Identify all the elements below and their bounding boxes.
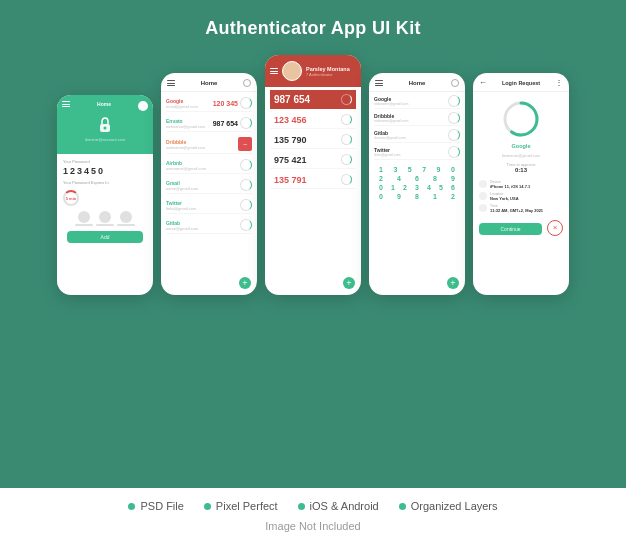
otp-small-item: Gitlab dominic@gmail.com [374, 128, 460, 143]
numpad-cell[interactable]: 9 [447, 175, 459, 182]
numpad-cell[interactable]: 7 [418, 166, 430, 173]
avatar-item [75, 211, 93, 226]
numpad-cell[interactable]: 5 [404, 166, 416, 173]
phone5-header: ← Login Request ⋮ [473, 73, 569, 92]
phone-1: Home dominic@account.com Your Password 1… [57, 95, 153, 295]
gear-icon [243, 79, 251, 87]
numpad-cell[interactable]: 3 [411, 184, 423, 191]
otp-small-service: Google nickname@gmail.com [374, 96, 408, 106]
numpad-cell[interactable]: 2 [399, 184, 411, 191]
otp-email: username@gmail.com [166, 166, 206, 171]
otp-ring [240, 199, 252, 211]
numpad-cell[interactable]: 5 [435, 184, 447, 191]
decline-button[interactable]: × [547, 220, 563, 236]
copies-row: Your Password Expires In [63, 180, 147, 185]
numpad-cell[interactable]: 2 [447, 193, 459, 200]
info-content: Time 11:32 AM, GMT+2, May 2021 [490, 204, 543, 213]
numpad-cell[interactable]: 1 [387, 184, 399, 191]
numpad-cell[interactable]: 6 [447, 184, 459, 191]
back-button[interactable]: ← [479, 78, 487, 87]
numpad-cell[interactable]: 1 [375, 166, 387, 173]
otp-ring [240, 219, 252, 231]
time-icon [479, 204, 487, 212]
otp-small-item: Twitter links@gmail.com [374, 145, 460, 160]
otp-ring-white [341, 154, 352, 165]
otp-left: Dribbble nickname@gmail.com [166, 139, 205, 150]
otp-item: Gitlab name@gmail.com [166, 217, 252, 234]
phone1-header: Home dominic@account.com [57, 95, 153, 154]
timer-num: 5 min [66, 196, 76, 201]
otp-left: Twitter links@gmail.com [166, 200, 196, 211]
info-row-time: Time 11:32 AM, GMT+2, May 2021 [479, 204, 563, 213]
feature-label: Organized Layers [411, 500, 498, 512]
numpad-cell[interactable]: 1 [429, 193, 441, 200]
numpad-cell[interactable]: 4 [423, 184, 435, 191]
feature-label: Pixel Perfect [216, 500, 278, 512]
avatar-line [117, 224, 135, 226]
gear-icon-4 [451, 79, 459, 87]
otp-list: Google email@gmail.com 120 345 Envato ni… [161, 92, 257, 237]
add-fab-button-4[interactable]: + [447, 277, 459, 289]
numpad-cell[interactable]: 0 [447, 166, 459, 173]
otp-number-lg: 987 654 [274, 94, 310, 105]
feature-psd-file: PSD File [128, 500, 183, 512]
otp-item: Airbnb username@gmail.com [166, 157, 252, 174]
otp-ring [448, 129, 460, 141]
numpad-cell[interactable]: 0 [375, 184, 387, 191]
phone1-body: Your Password 123450 Your Password Expir… [57, 154, 153, 295]
profile-sub: 7 Authenticator [306, 72, 350, 77]
otp-small-service: Gitlab dominic@gmail.com [374, 130, 406, 140]
avatar-item [117, 211, 135, 226]
lock-icon [97, 115, 113, 135]
otp-email: nickname@gmail.com [166, 145, 205, 150]
delete-icon: − [238, 137, 252, 151]
otp-ring [448, 95, 460, 107]
otp-ring [240, 159, 252, 171]
numpad-cell[interactable]: 8 [429, 175, 441, 182]
hamburger-icon-4 [375, 80, 383, 86]
avatar-circle [78, 211, 90, 223]
home-label-4: Home [409, 80, 426, 86]
add-fab-button-3[interactable]: + [343, 277, 355, 289]
otp-email: email@gmail.com [166, 104, 198, 109]
timer-approve-val: 0:13 [515, 167, 527, 173]
otp-item: Google email@gmail.com 120 345 [166, 95, 252, 112]
location-val: New York, USA [490, 196, 519, 201]
otp-item: Envato nickname@gmail.com 987 654 [166, 115, 252, 132]
numpad-cell[interactable]: 2 [375, 175, 387, 182]
otp-list-red: 987 654 123 456 135 790 975 421 135 [265, 87, 361, 192]
numpad-row: 0 9 8 1 2 [375, 193, 459, 200]
numpad-cell[interactable]: 8 [411, 193, 423, 200]
add-button[interactable]: Add [67, 231, 143, 243]
profile-name: Parsley Montana [306, 66, 350, 72]
features-row: PSD File Pixel Perfect iOS & Android Org… [128, 500, 497, 512]
otp-ring-dark [341, 94, 352, 105]
info-rows: Device iPhone 11, iOS 14.7.1 Location Ne… [479, 180, 563, 213]
profile-avatar [282, 61, 302, 81]
numpad-cell[interactable]: 0 [375, 193, 387, 200]
otp-left: Gitlab name@gmail.com [166, 220, 198, 231]
svg-point-1 [104, 127, 107, 130]
add-fab-button[interactable]: + [239, 277, 251, 289]
avatar-row [63, 211, 147, 226]
numpad-cell[interactable]: 9 [393, 193, 405, 200]
numpad-cell[interactable]: 3 [389, 166, 401, 173]
avatar-line [75, 224, 93, 226]
otp-small-list: Google nickname@gmail.com Dribbble nickn… [369, 92, 465, 162]
feature-label: iOS & Android [310, 500, 379, 512]
numpad-cell[interactable]: 6 [411, 175, 423, 182]
avatar-circle [120, 211, 132, 223]
footer-note: Image Not Included [265, 520, 360, 532]
phones-row: Home dominic@account.com Your Password 1… [57, 55, 569, 295]
otp-left: Envato nickname@gmail.com [166, 118, 205, 129]
numpad-cell[interactable]: 9 [433, 166, 445, 173]
more-options-button[interactable]: ⋮ [555, 78, 563, 87]
otp-item-dark: 987 654 [270, 90, 356, 109]
otp-ring [240, 179, 252, 191]
phone2-header: Home [161, 73, 257, 92]
otp-ring-white [341, 134, 352, 145]
phone1-avatar [138, 101, 148, 111]
bottom-bar: PSD File Pixel Perfect iOS & Android Org… [0, 488, 626, 544]
continue-button[interactable]: Continue [479, 223, 542, 235]
numpad-cell[interactable]: 4 [393, 175, 405, 182]
